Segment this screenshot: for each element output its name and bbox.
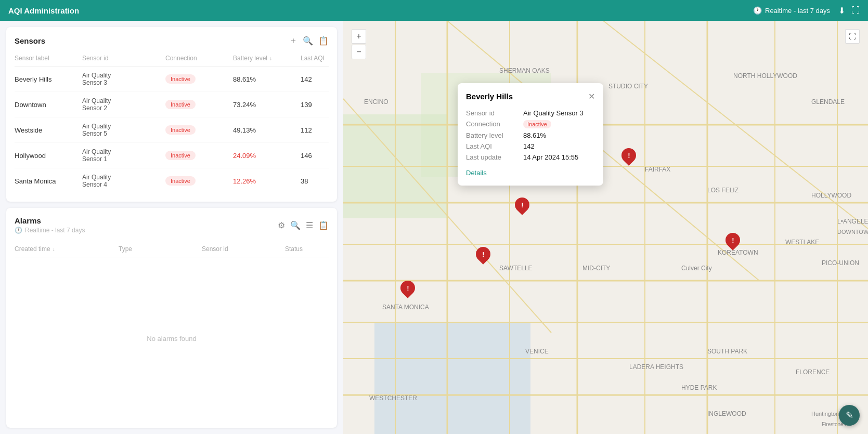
svg-text:VENICE: VENICE [525, 348, 549, 355]
download-icon[interactable]: ⬇ [838, 6, 845, 16]
svg-text:KOREATOWN: KOREATOWN [718, 249, 758, 256]
search-alarm-icon[interactable]: 🔍 [290, 220, 301, 230]
settings-alarm-icon[interactable]: ⚙ [278, 220, 285, 230]
map-zoom-controls: + − [352, 29, 366, 59]
map-popup: Beverly Hills ✕ Sensor id Air Quality Se… [458, 83, 603, 186]
expand-icon[interactable]: ⛶ [851, 6, 860, 15]
zoom-out-button[interactable]: − [352, 45, 366, 59]
sensor-id: Air QualitySensor 5 [82, 123, 165, 137]
table-row: Beverly Hills Air QualitySensor 3 Inacti… [15, 67, 329, 92]
status-label: Status [285, 245, 303, 253]
svg-text:LOS FELIZ: LOS FELIZ [707, 187, 739, 194]
zoom-in-button[interactable]: + [352, 29, 366, 44]
sensors-header: Sensors ＋ 🔍 📋 [15, 35, 329, 46]
svg-text:NORTH HOLLYWOOD: NORTH HOLLYWOOD [733, 72, 797, 80]
sensor-label: Westside [15, 126, 82, 134]
svg-text:DOWNTOWN: DOWNTOWN [837, 229, 868, 235]
popup-last-update-label: Last update [466, 153, 523, 161]
alarm-sensor-id-label: Sensor id [202, 245, 228, 253]
col-last-aqi: Last AQI [301, 55, 342, 62]
svg-text:PICO-UNION: PICO-UNION [822, 259, 859, 267]
sensor-label: Santa Monica [15, 177, 82, 185]
popup-connection-label: Connection [466, 120, 523, 128]
app-title: AQI Administration [8, 6, 79, 15]
sensor-battery: 24.09% [233, 152, 301, 160]
alarms-header: Alarms 🕐 Realtime - last 7 days ⚙ 🔍 ☰ 📋 [15, 216, 329, 234]
popup-close-button[interactable]: ✕ [588, 91, 595, 101]
search-sensor-icon[interactable]: 🔍 [303, 36, 313, 46]
alarms-actions: ⚙ 🔍 ☰ 📋 [278, 220, 329, 230]
add-sensor-icon[interactable]: ＋ [289, 35, 297, 46]
svg-text:GLENDALE: GLENDALE [811, 98, 845, 106]
popup-last-aqi-row: Last AQI 142 [466, 141, 595, 152]
col-sensor-label: Sensor label [15, 55, 82, 62]
svg-text:SAWTELLE: SAWTELLE [499, 265, 533, 272]
col-type: Type [119, 245, 202, 253]
map-background: ENCINO SHERMAN OAKS STUDIO CITY NORTH HO… [343, 21, 868, 434]
sensor-label: Beverly Hills [15, 75, 82, 83]
clock-icon: 🕐 [15, 227, 22, 234]
col-sensor-id: Sensor id [82, 55, 165, 62]
svg-text:SANTA MONICA: SANTA MONICA [382, 304, 429, 311]
popup-sensor-id-row: Sensor id Air Quality Sensor 3 [466, 108, 595, 119]
alarms-table-header: Created time ↓ Type Sensor id Status [15, 240, 329, 257]
col-connection: Connection [165, 55, 233, 62]
popup-last-update-value: 14 Apr 2024 15:55 [523, 153, 595, 161]
popup-details: Details [466, 168, 595, 177]
sensors-table-header: Sensor label Sensor id Connection Batter… [15, 52, 329, 67]
left-panel: Sensors ＋ 🔍 📋 Sensor label Sensor id Con… [0, 21, 343, 434]
created-time-label: Created time [15, 245, 50, 253]
map-edit-button[interactable]: ✎ [839, 405, 860, 426]
clock-icon: 🕐 [753, 6, 762, 15]
popup-sensor-id-label: Sensor id [466, 109, 523, 117]
table-row: Downtown Air QualitySensor 2 Inactive 73… [15, 92, 329, 117]
col-alarm-sensor-id: Sensor id [202, 245, 285, 253]
sensor-battery: 49.13% [233, 126, 301, 134]
export-sensor-icon[interactable]: 📋 [318, 36, 329, 46]
edit-pencil-icon: ✎ [846, 410, 853, 421]
sensors-actions: ＋ 🔍 📋 [289, 35, 329, 46]
popup-battery-label: Battery level [466, 131, 523, 139]
sensor-connection: Inactive [165, 176, 233, 186]
sensor-connection: Inactive [165, 125, 233, 135]
map-expand-button[interactable]: ⛶ [845, 29, 860, 44]
table-row: Westside Air QualitySensor 5 Inactive 49… [15, 117, 329, 143]
svg-text:SHERMAN OAKS: SHERMAN OAKS [499, 67, 550, 74]
sensor-last-aqi: 146 [301, 152, 342, 160]
battery-sort-icon[interactable]: ↓ [269, 56, 272, 61]
table-row: Hollywood Air QualitySensor 1 Inactive 2… [15, 143, 329, 168]
popup-header: Beverly Hills ✕ [466, 91, 595, 101]
popup-last-aqi-label: Last AQI [466, 142, 523, 150]
sensor-id: Air QualitySensor 4 [82, 174, 165, 188]
sensor-battery: 73.24% [233, 101, 301, 109]
popup-last-update-row: Last update 14 Apr 2024 15:55 [466, 152, 595, 163]
popup-battery-value: 88.61% [523, 131, 595, 139]
sensor-label: Downtown [15, 101, 82, 109]
main-layout: Sensors ＋ 🔍 📋 Sensor label Sensor id Con… [0, 21, 868, 434]
svg-text:FAIRFAX: FAIRFAX [645, 166, 670, 173]
svg-text:HOLLYWOOD: HOLLYWOOD [811, 192, 851, 199]
created-time-sort-icon[interactable]: ↓ [53, 246, 55, 252]
realtime-label: Realtime - last 7 days [765, 7, 830, 15]
svg-text:ENCINO: ENCINO [364, 98, 388, 106]
svg-text:WESTCHESTER: WESTCHESTER [369, 394, 417, 402]
sensor-last-aqi: 139 [301, 101, 342, 109]
svg-rect-3 [374, 322, 530, 434]
filter-alarm-icon[interactable]: ☰ [306, 220, 313, 230]
popup-details-link[interactable]: Details [466, 169, 487, 177]
sensor-id: Air QualitySensor 3 [82, 72, 165, 86]
svg-text:WESTLAKE: WESTLAKE [785, 239, 819, 246]
header-right: 🕐 Realtime - last 7 days ⬇ ⛶ [753, 6, 860, 16]
svg-text:HYDE PARK: HYDE PARK [681, 384, 717, 391]
map-expand-control: ⛶ [845, 29, 860, 44]
sensor-battery: 12.26% [233, 177, 301, 185]
sensor-connection: Inactive [165, 100, 233, 109]
sensors-title: Sensors [15, 36, 45, 45]
map-section[interactable]: ENCINO SHERMAN OAKS STUDIO CITY NORTH HO… [343, 21, 868, 434]
alarms-title-group: Alarms 🕐 Realtime - last 7 days [15, 216, 85, 234]
header-actions: ⬇ ⛶ [838, 6, 860, 16]
alarms-section: Alarms 🕐 Realtime - last 7 days ⚙ 🔍 ☰ 📋 … [6, 208, 337, 428]
export-alarm-icon[interactable]: 📋 [318, 220, 329, 230]
sensor-last-aqi: 142 [301, 75, 342, 83]
sensor-last-aqi: 112 [301, 126, 342, 134]
